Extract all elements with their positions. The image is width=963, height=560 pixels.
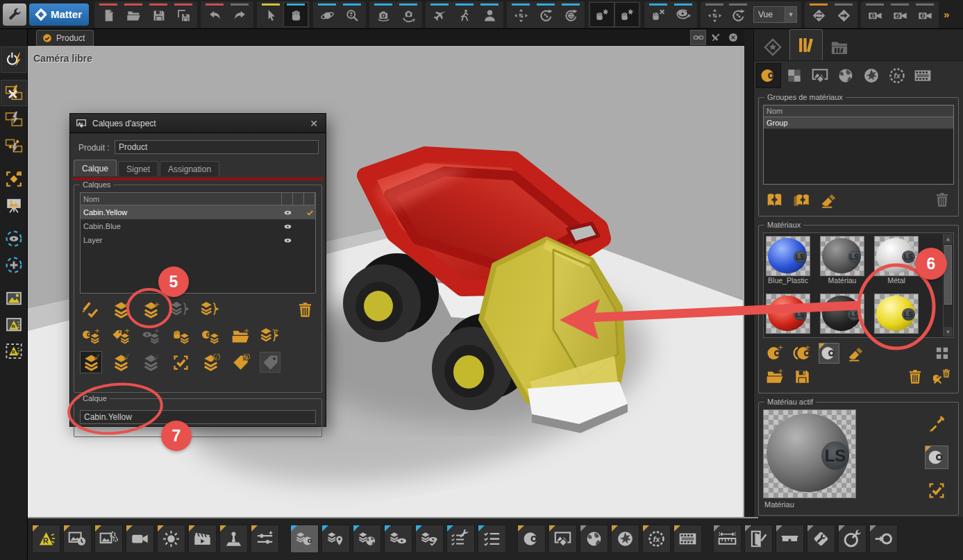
lib-images[interactable]: [808, 64, 832, 87]
isolate-view[interactable]: [1, 226, 26, 251]
target-mode[interactable]: [869, 525, 898, 553]
material-to-layer[interactable]: [200, 325, 221, 346]
interact-mode-alt[interactable]: [615, 3, 639, 26]
column-active-header[interactable]: [304, 193, 315, 205]
add-material-layer[interactable]: +: [81, 325, 101, 346]
configuration-list[interactable]: [478, 525, 506, 553]
pick-material[interactable]: [925, 412, 948, 436]
zoom-tool[interactable]: [340, 3, 364, 26]
column-visibility-header[interactable]: [282, 193, 293, 205]
undo[interactable]: [203, 3, 226, 26]
extract-layer-gray[interactable]: [170, 299, 191, 320]
tab-assignation[interactable]: Assignation: [160, 161, 219, 176]
walk-mode[interactable]: [453, 3, 476, 26]
visibility-layers[interactable]: [384, 525, 412, 553]
launcher-button[interactable]: [3, 3, 26, 26]
render-image[interactable]: R: [1, 312, 26, 337]
new-layer-folder[interactable]: +: [230, 325, 251, 346]
rotate-world[interactable]: [559, 3, 583, 26]
view-select[interactable]: Vue ▼: [753, 6, 797, 23]
save-as[interactable]: [171, 3, 195, 26]
duplicate-material-group[interactable]: [792, 189, 812, 210]
close-icon[interactable]: ✕: [308, 118, 320, 129]
extract-to-new[interactable]: +: [260, 325, 280, 346]
lib-effects[interactable]: fx: [885, 64, 909, 87]
orbit-tool[interactable]: [315, 3, 339, 26]
presentation-screen[interactable]: [1, 193, 26, 218]
exclude-tag[interactable]: ∅: [230, 352, 251, 373]
purge-unused-materials[interactable]: [932, 366, 953, 387]
fly-mode[interactable]: [428, 3, 451, 26]
translate-object[interactable]: [509, 3, 533, 26]
table-row[interactable]: Layer: [81, 233, 315, 247]
table-row[interactable]: Cabin.Blue: [81, 219, 315, 233]
extract-layer[interactable]: [200, 299, 221, 320]
interaction-editor[interactable]: [219, 525, 248, 553]
group-row[interactable]: Group: [764, 117, 953, 129]
render-frame[interactable]: [1, 167, 26, 192]
camera-rotate[interactable]: [396, 3, 420, 26]
scrollbar-thumb[interactable]: [944, 245, 952, 305]
lib-environments[interactable]: [834, 64, 857, 87]
environments-library[interactable]: [580, 525, 608, 553]
interact-mode[interactable]: [590, 3, 614, 26]
tag-disabled[interactable]: [260, 352, 280, 373]
validate-selection[interactable]: [170, 352, 191, 373]
tab-database[interactable]: [823, 34, 856, 60]
annotation-tool[interactable]: [744, 525, 773, 553]
material-sphere-Blue_Plastic[interactable]: LS: [766, 236, 810, 276]
select-tool[interactable]: [259, 3, 283, 26]
new-file[interactable]: [97, 3, 120, 26]
column-name-header[interactable]: Nom: [81, 193, 282, 205]
open-file[interactable]: [122, 3, 145, 26]
stereo-view[interactable]: [776, 525, 804, 553]
rename-material-group[interactable]: [819, 189, 839, 210]
material-mode[interactable]: [819, 343, 839, 364]
material-sphere-black[interactable]: LS: [820, 294, 864, 334]
camera-preset-3[interactable]: 3: [913, 3, 937, 26]
tab-libraries[interactable]: [789, 29, 823, 60]
tab-products[interactable]: [756, 34, 789, 60]
apply-layer-single[interactable]: ✓: [140, 352, 161, 373]
save[interactable]: [146, 3, 170, 26]
add-visibility-layer[interactable]: +: [140, 325, 161, 346]
render-queue[interactable]: [63, 525, 92, 553]
material-sphere-Matériau[interactable]: LS: [820, 236, 864, 276]
material-sphere-yellow[interactable]: LS: [874, 294, 919, 334]
add-view[interactable]: [1, 253, 26, 278]
observer-mode[interactable]: [478, 3, 501, 26]
add-layer[interactable]: +: [110, 299, 131, 320]
column-lock-header[interactable]: [293, 193, 304, 205]
current-layer-field[interactable]: [80, 410, 316, 424]
render-window[interactable]: [1, 107, 26, 132]
chevron-down-icon[interactable]: ▼: [785, 7, 796, 22]
eye-icon[interactable]: [283, 222, 292, 231]
groups-list-header[interactable]: Nom: [764, 105, 953, 117]
measure-tool[interactable]: [713, 525, 742, 553]
viewport-tools[interactable]: [708, 31, 723, 44]
import-material[interactable]: +: [764, 366, 785, 387]
render-window-materials[interactable]: [1, 133, 26, 158]
active-material-mode[interactable]: [925, 446, 948, 469]
duplicate-material[interactable]: +: [792, 343, 812, 364]
swap-view[interactable]: [807, 3, 830, 26]
realtime-render-toggle[interactable]: [1, 47, 26, 72]
lib-videos[interactable]: [911, 64, 935, 87]
check-icon[interactable]: [305, 208, 315, 217]
snapshot-image[interactable]: [1, 286, 26, 311]
scroll-up-icon[interactable]: ▲: [944, 234, 953, 244]
export-material[interactable]: [792, 366, 812, 387]
rotate-object[interactable]: [534, 3, 558, 26]
effects-library[interactable]: fx: [642, 525, 671, 553]
rotate-camera[interactable]: [726, 3, 750, 26]
camera-snapshot[interactable]: [371, 3, 395, 26]
lib-overlays[interactable]: [860, 64, 883, 87]
add-material-group[interactable]: [764, 189, 785, 210]
close-view[interactable]: [726, 31, 740, 44]
scroll-down-icon[interactable]: ▼: [944, 327, 953, 337]
look-around[interactable]: [671, 3, 695, 26]
view-settings[interactable]: [838, 525, 866, 553]
link-views[interactable]: [691, 31, 705, 44]
cameras-editor[interactable]: [126, 525, 154, 553]
materials-library[interactable]: [517, 525, 546, 553]
